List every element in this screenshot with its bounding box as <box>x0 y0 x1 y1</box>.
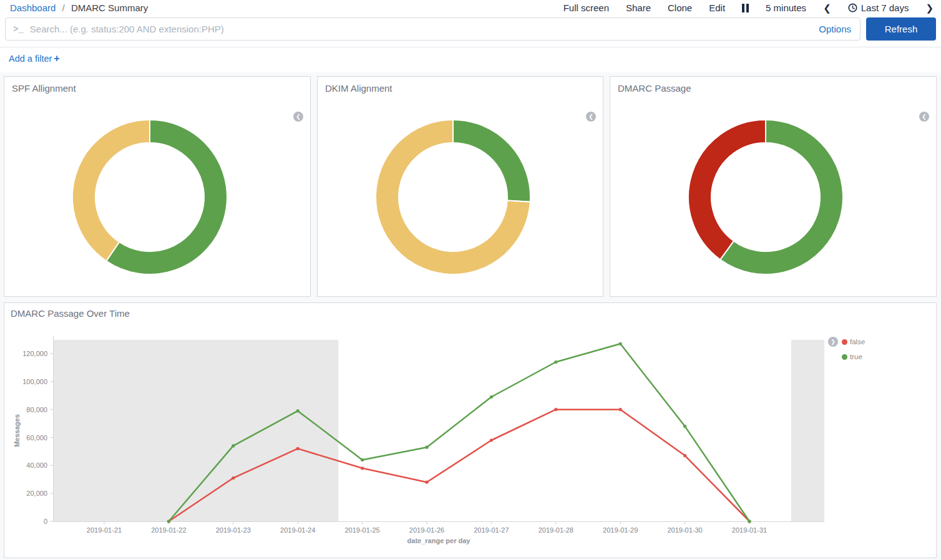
share-button[interactable]: Share <box>626 2 651 13</box>
panel-spf-alignment: SPF Allignment ❮ <box>4 76 311 297</box>
spf-donut-chart <box>4 118 310 276</box>
line-chart: 020,00040,00060,00080,000100,000120,0002… <box>4 303 936 558</box>
legend-item-true[interactable]: true <box>842 353 862 360</box>
breadcrumb-separator: / <box>62 2 65 13</box>
panel-dmarc-passage: DMARC Passage ❮ <box>610 76 937 297</box>
legend-collapse-icon[interactable]: ❮ <box>293 112 303 122</box>
legend-dot-false <box>842 339 847 345</box>
svg-text:2019-01-29: 2019-01-29 <box>603 526 638 534</box>
options-link[interactable]: Options <box>819 24 851 34</box>
svg-text:20,000: 20,000 <box>26 490 47 497</box>
svg-text:2019-01-27: 2019-01-27 <box>474 526 509 534</box>
time-back-chevron-icon[interactable]: ❮ <box>823 2 831 14</box>
svg-text:2019-01-24: 2019-01-24 <box>280 526 315 534</box>
svg-text:2019-01-26: 2019-01-26 <box>409 526 444 534</box>
add-filter-link[interactable]: Add a filter+ <box>9 54 60 64</box>
page-title: DMARC Summary <box>71 2 148 13</box>
svg-text:60,000: 60,000 <box>26 434 47 442</box>
svg-text:2019-01-30: 2019-01-30 <box>667 526 702 534</box>
search-box: >_ Options <box>5 17 861 41</box>
time-range-label: Last 7 days <box>861 2 909 13</box>
top-header: Dashboard / DMARC Summary Full screen Sh… <box>0 0 941 15</box>
breadcrumb-dashboard-link[interactable]: Dashboard <box>10 2 56 13</box>
plus-icon: + <box>54 53 59 64</box>
refresh-interval-button[interactable]: 5 minutes <box>766 2 806 13</box>
dkim-donut-chart <box>318 118 603 276</box>
svg-text:2019-01-22: 2019-01-22 <box>151 526 186 534</box>
svg-text:100,000: 100,000 <box>22 378 47 385</box>
filter-bar: Add a filter+ <box>0 47 941 72</box>
clock-icon <box>848 3 857 12</box>
clone-button[interactable]: Clone <box>668 2 692 13</box>
query-prompt-icon: >_ <box>13 24 24 34</box>
breadcrumb: Dashboard / DMARC Summary <box>10 2 148 13</box>
top-nav: Full screen Share Clone Edit 5 minutes ❮… <box>563 2 934 14</box>
full-screen-button[interactable]: Full screen <box>563 2 609 13</box>
time-range-picker[interactable]: Last 7 days <box>848 2 909 13</box>
edit-button[interactable]: Edit <box>709 2 725 13</box>
chart-legend: ❯ false true <box>828 337 865 367</box>
svg-text:date_range per day: date_range per day <box>407 537 471 544</box>
legend-collapse-icon[interactable]: ❮ <box>919 112 929 122</box>
svg-text:2019-01-31: 2019-01-31 <box>732 526 767 534</box>
legend-expand-icon[interactable]: ❯ <box>828 337 838 347</box>
dmarc-donut-chart <box>610 118 936 276</box>
svg-text:2019-01-21: 2019-01-21 <box>87 526 122 534</box>
pause-icon[interactable] <box>742 4 749 12</box>
legend-collapse-icon[interactable]: ❮ <box>586 112 596 122</box>
svg-text:80,000: 80,000 <box>26 406 47 413</box>
query-bar: >_ Options Refresh <box>0 15 941 47</box>
legend-item-false[interactable]: false <box>842 338 865 345</box>
panel-dmarc-passage-over-time: DMARC Passage Over Time 020,00040,00060,… <box>4 302 937 558</box>
dashboard-grid: SPF Allignment ❮ DKIM Alignment ❮ DMARC … <box>0 72 941 560</box>
svg-text:Messages: Messages <box>13 414 21 447</box>
panel-title: DMARC Passage <box>610 77 936 100</box>
svg-text:40,000: 40,000 <box>26 461 47 469</box>
panel-title: DKIM Alignment <box>318 77 603 100</box>
svg-text:2019-01-28: 2019-01-28 <box>539 526 573 534</box>
svg-text:0: 0 <box>44 518 47 525</box>
svg-text:120,000: 120,000 <box>22 350 47 357</box>
time-forward-chevron-icon[interactable]: ❯ <box>925 2 934 14</box>
legend-dot-true <box>842 354 847 360</box>
refresh-button[interactable]: Refresh <box>866 17 936 41</box>
svg-text:2019-01-23: 2019-01-23 <box>216 526 251 534</box>
panel-title: SPF Allignment <box>4 77 310 100</box>
search-input[interactable] <box>30 24 819 34</box>
svg-text:2019-01-25: 2019-01-25 <box>344 526 379 534</box>
panel-dkim-alignment: DKIM Alignment ❮ <box>317 76 603 297</box>
